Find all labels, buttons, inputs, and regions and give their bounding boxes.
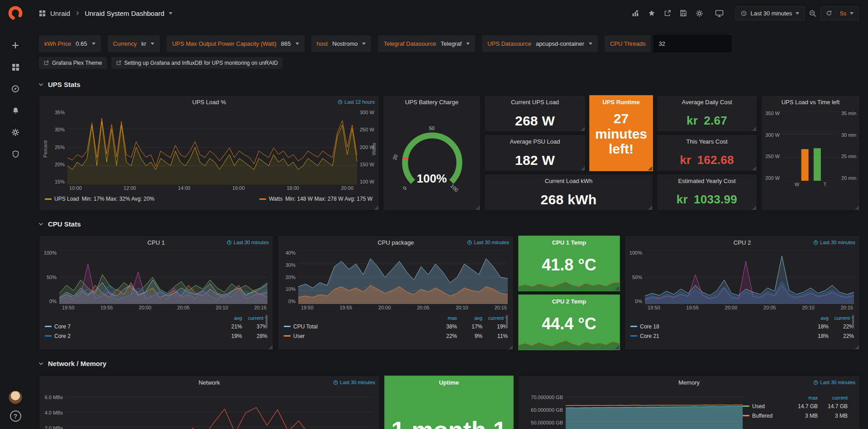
- panel-title[interactable]: Average Daily Cost: [657, 96, 757, 109]
- variable-ups-datasource[interactable]: UPS Datasourceapcupsd-container: [482, 35, 598, 52]
- legend-col-max[interactable]: max: [788, 395, 818, 400]
- panel-title[interactable]: Current UPS Load: [485, 96, 585, 109]
- user-avatar[interactable]: [9, 390, 22, 404]
- panel-resize-handle[interactable]: [476, 206, 480, 210]
- variable-ups-max-power[interactable]: UPS Max Output Power Capacity (Watt)865: [167, 35, 304, 52]
- panel-title[interactable]: Estimated Yearly Cost: [657, 174, 757, 188]
- variable-telegraf-datasource[interactable]: Telegraf DatasourceTelegraf: [378, 35, 475, 52]
- sidebar-item-explore[interactable]: [5, 78, 25, 100]
- panel-title[interactable]: CPU 2 Temp: [519, 295, 620, 308]
- series-name[interactable]: Buffered: [752, 413, 773, 419]
- panel-resize-handle[interactable]: [855, 345, 859, 349]
- share-button[interactable]: [664, 10, 671, 17]
- chevron-down-icon[interactable]: [850, 12, 854, 14]
- series-name[interactable]: User: [293, 333, 305, 339]
- panel-resize-handle[interactable]: [752, 127, 756, 131]
- panel-title[interactable]: UPS Battery Charge: [383, 96, 480, 109]
- row-title[interactable]: CPU Stats: [48, 220, 81, 228]
- panel-title[interactable]: Average PSU Load: [485, 135, 585, 149]
- variable-value[interactable]: Nostromo: [332, 40, 358, 47]
- dashboard-title[interactable]: Unraid System Dashboard: [85, 10, 164, 17]
- refresh-icon[interactable]: [826, 10, 832, 16]
- legend-col-max[interactable]: max: [432, 315, 457, 321]
- sidebar-item-dashboards[interactable]: [5, 56, 25, 78]
- variable-value[interactable]: 865: [281, 40, 291, 47]
- row-title[interactable]: UPS Stats: [48, 81, 81, 88]
- panel-title[interactable]: Network: [39, 376, 379, 390]
- legend-row[interactable]: Core 7 21% 37%: [39, 322, 267, 331]
- add-panel-button[interactable]: [632, 10, 639, 17]
- series-name[interactable]: CPU Total: [293, 323, 318, 330]
- variable-value[interactable]: 0.65: [76, 40, 87, 47]
- legend-col-avg[interactable]: avg: [217, 315, 242, 321]
- variable-value[interactable]: Telegraf: [441, 40, 462, 47]
- legend-row[interactable]: User 22% 9% 11%: [278, 331, 508, 341]
- panel-title[interactable]: Uptime: [385, 376, 513, 390]
- link-grafana-plex-theme[interactable]: Grafana Plex Theme: [39, 57, 107, 69]
- legend-row[interactable]: Core 2 19% 28%: [39, 331, 267, 341]
- legend-col-avg[interactable]: avg: [457, 315, 482, 321]
- variable-host[interactable]: hostNostromo: [311, 35, 372, 52]
- sidebar-item-alerting[interactable]: [5, 100, 25, 121]
- cpu-threads-input[interactable]: [653, 35, 731, 52]
- variable-value[interactable]: kr: [141, 40, 146, 47]
- panel-title[interactable]: Memory: [519, 376, 859, 390]
- refresh-interval-label[interactable]: 5s: [840, 10, 846, 17]
- legend-col-current[interactable]: current: [242, 315, 267, 321]
- panel-resize-handle[interactable]: [615, 345, 619, 349]
- grafana-logo[interactable]: [8, 5, 23, 23]
- series-name[interactable]: Watts: [269, 196, 282, 202]
- panel-resize-handle[interactable]: [581, 166, 585, 170]
- title-caret-icon[interactable]: [169, 12, 172, 14]
- series-name[interactable]: Core 21: [640, 333, 659, 339]
- panel-resize-handle[interactable]: [855, 206, 859, 210]
- help-icon[interactable]: [10, 410, 21, 422]
- panel-title[interactable]: CPU 1 Temp: [519, 236, 620, 250]
- panel-resize-handle[interactable]: [374, 206, 378, 210]
- series-name[interactable]: Core 7: [54, 323, 71, 330]
- row-header-cpu-stats[interactable]: CPU Stats: [38, 218, 81, 229]
- save-button[interactable]: [680, 10, 687, 17]
- variable-kwh-price[interactable]: kWh Price0.65: [39, 35, 101, 52]
- panel-resize-handle[interactable]: [752, 206, 756, 210]
- link-label[interactable]: Grafana Plex Theme: [52, 60, 102, 66]
- load-vs-time-chart[interactable]: [782, 111, 839, 181]
- cpu-package-chart[interactable]: [298, 251, 508, 304]
- ups-load-chart[interactable]: [67, 110, 357, 184]
- variable-value[interactable]: apcupsd-container: [536, 40, 584, 47]
- panel-resize-handle[interactable]: [648, 206, 652, 210]
- cpu1-chart[interactable]: [59, 251, 267, 304]
- panel-resize-handle[interactable]: [581, 127, 585, 131]
- legend-item-ups-load[interactable]: UPS LoadMin: 17% Max: 32% Avg: 20%: [45, 196, 154, 202]
- panel-title[interactable]: UPS Load vs Time left: [762, 96, 859, 109]
- time-range-picker[interactable]: Last 30 minutes: [735, 6, 805, 20]
- row-title[interactable]: Network / Memory: [48, 360, 106, 367]
- panel-title[interactable]: UPS Runtime: [590, 96, 653, 109]
- legend-scrollbar[interactable]: [266, 315, 267, 328]
- cpu2-chart[interactable]: [645, 251, 854, 304]
- link-ups-monitoring-guide[interactable]: Setting up Grafana and InfluxDB for UPS …: [111, 57, 283, 69]
- legend-row[interactable]: Core 21 18% 22%: [625, 331, 854, 341]
- link-label[interactable]: Setting up Grafana and InfluxDB for UPS …: [124, 60, 278, 66]
- panel-title[interactable]: This Years Cost: [657, 135, 757, 149]
- panel-title[interactable]: UPS Load %: [39, 96, 379, 109]
- sidebar-item-server-admin[interactable]: [5, 143, 25, 165]
- panel-resize-handle[interactable]: [509, 345, 513, 349]
- series-name[interactable]: Core 2: [54, 333, 71, 339]
- variable-currency[interactable]: Currencykr: [108, 35, 160, 52]
- legend-col-avg[interactable]: avg: [803, 315, 829, 321]
- legend-col-current[interactable]: current: [829, 315, 854, 321]
- breadcrumb-app[interactable]: Unraid: [50, 10, 70, 17]
- series-name[interactable]: Used: [752, 403, 765, 410]
- legend-row[interactable]: Core 18 18% 22%: [625, 322, 854, 331]
- legend-row[interactable]: CPU Total 38% 17% 19%: [278, 322, 508, 331]
- sidebar-item-configuration[interactable]: [5, 121, 25, 143]
- legend-scrollbar[interactable]: [852, 315, 854, 328]
- refresh-picker[interactable]: 5s: [820, 6, 859, 20]
- network-chart[interactable]: [66, 391, 373, 429]
- legend-item-watts[interactable]: WattsMin: 148 W Max: 278 W Avg: 175 W: [259, 196, 372, 202]
- star-button[interactable]: [648, 10, 655, 17]
- apps-grid-icon[interactable]: [39, 10, 46, 17]
- legend-col-current[interactable]: current: [818, 395, 848, 400]
- legend-row[interactable]: Used 14.7 GB 14.7 GB: [743, 401, 848, 411]
